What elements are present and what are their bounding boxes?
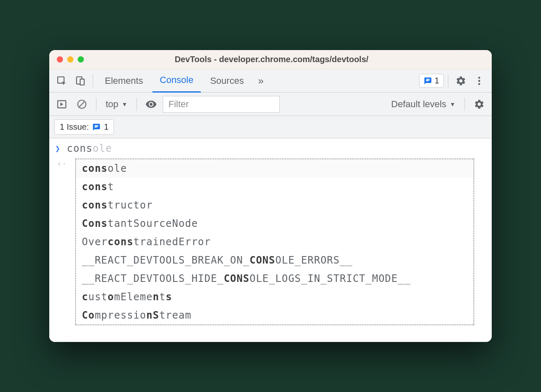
svg-line-8 [79,101,85,107]
chat-icon [92,123,101,131]
issue-label: 1 Issue: [60,122,89,132]
tabs-overflow-icon[interactable]: » [253,75,268,87]
autocomplete-item[interactable]: CompressionStream [76,306,473,324]
svg-point-3 [478,77,480,79]
autocomplete-item[interactable]: constructor [76,196,473,214]
separator [465,98,465,111]
console-input-row[interactable]: ❯ console [49,138,492,158]
select-element-icon[interactable] [53,73,70,89]
svg-rect-2 [80,79,84,85]
live-expression-icon[interactable] [143,96,159,113]
settings-icon[interactable] [453,73,469,89]
console-toolbar: top ▼ Default levels ▼ [49,93,492,116]
issue-pill[interactable]: 1 Issue: 1 [54,119,114,135]
issues-badge[interactable]: 1 [419,74,444,88]
device-toggle-icon[interactable] [72,73,88,89]
autocomplete-item[interactable]: ConstantSourceNode [76,214,473,233]
output-arrow-icon: ‹· [49,158,67,168]
tab-console[interactable]: Console [152,69,201,93]
filter-input[interactable] [163,96,280,113]
log-levels-selector[interactable]: Default levels ▼ [388,99,459,110]
clear-console-icon[interactable] [73,96,90,113]
issue-bar: 1 Issue: 1 [49,116,492,138]
svg-point-4 [478,80,480,82]
tab-sources[interactable]: Sources [202,69,251,93]
separator [96,98,96,111]
separator [137,98,137,111]
panel-tabbar: Elements Console Sources » 1 [49,69,492,93]
levels-label: Default levels [391,99,446,110]
chat-icon [424,77,432,85]
separator [93,74,93,88]
tab-elements[interactable]: Elements [97,69,151,93]
autocomplete-item[interactable]: console [76,159,473,178]
titlebar: DevTools - developer.chrome.com/tags/dev… [49,50,492,69]
autocomplete-item[interactable]: OverconstrainedError [76,233,473,251]
window-title: DevTools - developer.chrome.com/tags/dev… [59,55,484,64]
issues-count: 1 [435,76,439,85]
dropdown-icon: ▼ [450,101,455,108]
autocomplete-item[interactable]: __REACT_DEVTOOLS_BREAK_ON_CONSOLE_ERRORS… [76,251,473,269]
devtools-window: DevTools - developer.chrome.com/tags/dev… [49,50,492,342]
console-settings-icon[interactable] [471,96,488,113]
autocomplete-item[interactable]: customElements [76,288,473,306]
separator [448,74,448,88]
autocomplete-popup: consoleconstconstructorConstantSourceNod… [75,158,474,325]
autocomplete-item[interactable]: const [76,178,473,196]
dropdown-icon: ▼ [122,101,128,108]
svg-point-5 [478,83,480,85]
console-body: ❯ console ‹· consoleconstconstructorCons… [49,138,492,342]
console-input-text: console [67,143,112,154]
context-selector[interactable]: top ▼ [102,99,131,110]
issue-count: 1 [104,122,109,132]
sidebar-toggle-icon[interactable] [53,96,70,113]
prompt-arrow-icon: ❯ [55,143,60,153]
more-icon[interactable] [471,73,488,89]
autocomplete-item[interactable]: __REACT_DEVTOOLS_HIDE_CONSOLE_LOGS_IN_ST… [76,269,473,288]
context-label: top [106,99,119,110]
